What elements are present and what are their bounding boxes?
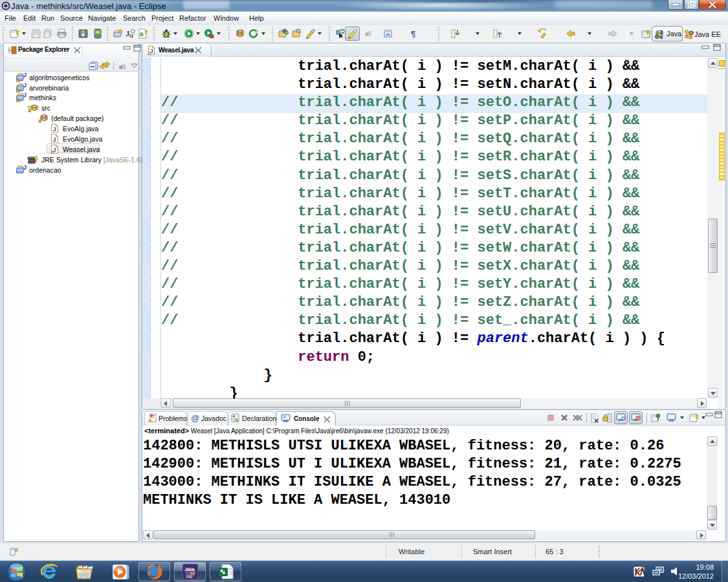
svg-text:J: J bbox=[53, 147, 56, 153]
svg-text:J: J bbox=[23, 92, 27, 98]
svg-text:J: J bbox=[660, 29, 663, 36]
svg-text:J: J bbox=[23, 72, 27, 78]
svg-text:¶: ¶ bbox=[411, 29, 415, 39]
svg-text:J: J bbox=[53, 126, 56, 133]
svg-text:!: ! bbox=[17, 78, 19, 82]
svg-text:J: J bbox=[53, 136, 56, 143]
svg-text:IDE: IDE bbox=[186, 575, 192, 579]
svg-text:C: C bbox=[341, 28, 345, 34]
svg-text:a: a bbox=[140, 30, 144, 38]
svg-text:J: J bbox=[150, 48, 153, 54]
svg-text:J: J bbox=[23, 83, 27, 89]
svg-text:Java: Java bbox=[184, 567, 195, 572]
svg-text:!: ! bbox=[17, 98, 19, 102]
svg-text:J: J bbox=[23, 165, 27, 171]
